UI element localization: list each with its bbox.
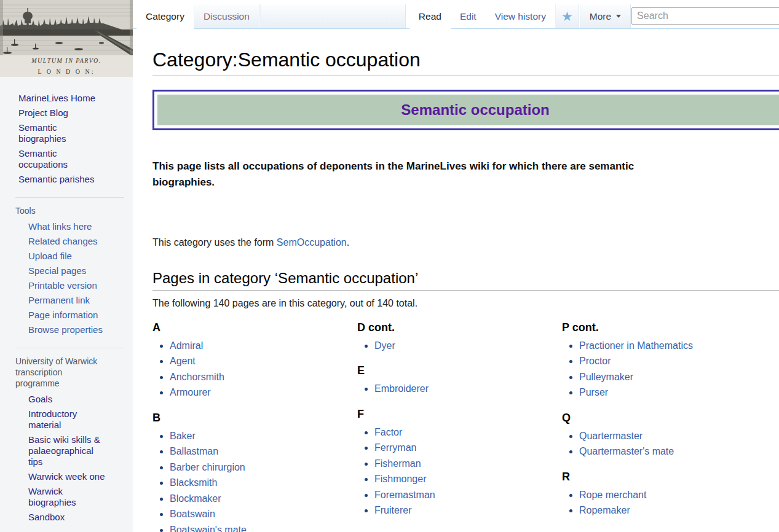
category-page-link[interactable]: Pulleymaker	[579, 372, 633, 382]
sidebar-item: Semantic biographies	[18, 122, 103, 144]
sidebar: MULTUM IN PARVO. L O N D O N: MarineLive…	[0, 0, 133, 532]
category-page-item: Fruiterer	[374, 503, 562, 518]
sidebar-item: Printable version	[28, 280, 105, 291]
category-page-item: Ballastman	[170, 444, 357, 460]
category-page-item: Quartermaster's mate	[579, 444, 779, 460]
category-page-link[interactable]: Boatswain	[170, 509, 215, 519]
category-page-link[interactable]: Baker	[170, 431, 196, 441]
sidebar-item: Semantic occupations	[18, 148, 103, 170]
sidebar-link[interactable]: Warwick week one	[28, 471, 105, 482]
category-page-link[interactable]: Ferryman	[374, 442, 416, 453]
sidebar-link[interactable]: Sandbox	[28, 512, 65, 522]
letter-heading: Q	[562, 412, 779, 424]
category-page-item: Practioner in Mathematics	[579, 338, 779, 354]
tab-bar: Category Discussion Read Edit View histo…	[133, 0, 779, 29]
pages-in-category-heading: Pages in category ‘Semantic occupation’	[152, 270, 779, 291]
page-title: Category:Semantic occupation	[152, 49, 779, 76]
category-page-item: Embroiderer	[374, 381, 562, 397]
sidebar-link[interactable]: Goals	[28, 394, 52, 404]
category-banner: Semantic occupation	[152, 90, 779, 130]
tab-read[interactable]: Read	[409, 4, 451, 28]
category-page-link[interactable]: Armourer	[170, 387, 211, 397]
category-page-link[interactable]: Boatswain's mate	[170, 525, 247, 532]
sidebar-item: Project Blog	[18, 108, 103, 119]
sidebar-link[interactable]: Upload file	[28, 251, 72, 261]
category-page-link[interactable]: Embroiderer	[374, 383, 429, 394]
category-page-link[interactable]: Rope merchant	[579, 490, 646, 500]
letter-heading: A	[152, 321, 357, 334]
semoccupation-link[interactable]: SemOccupation	[277, 237, 347, 248]
sidebar-section-header: Tools	[15, 205, 103, 216]
category-page-link[interactable]: Ropemaker	[579, 505, 630, 515]
sidebar-item: Goals	[28, 394, 105, 405]
category-page-link[interactable]: Blacksmith	[170, 477, 217, 488]
sidebar-item: Basic wiki skills & palaeographical tips	[28, 434, 105, 467]
sidebar-link[interactable]: Warwick biographies	[28, 486, 76, 507]
sidebar-item: Warwick biographies	[28, 486, 105, 508]
sidebar-link[interactable]: Project Blog	[18, 108, 68, 118]
sidebar-section-tools: ToolsWhat links hereRelated changesUploa…	[15, 197, 124, 342]
wiki-logo[interactable]: MULTUM IN PARVO. L O N D O N:	[0, 0, 133, 77]
sidebar-link[interactable]: Semantic parishes	[18, 174, 94, 184]
sidebar-link[interactable]: Semantic occupations	[18, 148, 68, 170]
tab-spacer	[260, 4, 406, 28]
category-page-link[interactable]: Agent	[170, 356, 196, 366]
sidebar-link[interactable]: MarineLives Home	[18, 93, 95, 103]
sidebar-section-header: University of Warwick transcription prog…	[15, 356, 103, 389]
tab-view-history[interactable]: View history	[486, 4, 555, 28]
category-page-link[interactable]: Fisherman	[374, 458, 421, 469]
category-page-link[interactable]: Foremastman	[374, 490, 435, 500]
sidebar-item: Browse properties	[28, 324, 105, 335]
sidebar-section-main: MarineLives HomeProject BlogSemantic bio…	[15, 85, 124, 191]
sidebar-link[interactable]: Introductory material	[28, 409, 77, 430]
sidebar-item: Special pages	[28, 265, 105, 276]
tab-category[interactable]: Category	[136, 4, 194, 28]
tab-edit[interactable]: Edit	[451, 4, 486, 28]
category-page-link[interactable]: Practioner in Mathematics	[579, 340, 693, 351]
sidebar-link[interactable]: Basic wiki skills & palaeographical tips	[28, 434, 100, 467]
sidebar-link[interactable]: Special pages	[28, 265, 86, 276]
sidebar-item: Semantic parishes	[18, 174, 103, 185]
category-columns: AAdmiralAgentAnchorsmithArmourerBBakerBa…	[152, 310, 779, 532]
sidebar-link[interactable]: Permanent link	[28, 295, 90, 305]
category-page-link[interactable]: Dyer	[374, 340, 395, 351]
category-page-link[interactable]: Purser	[579, 387, 608, 397]
sidebar-item: Sandbox	[28, 512, 105, 523]
sidebar-link[interactable]: Printable version	[28, 280, 97, 291]
category-page-link[interactable]: Factor	[374, 427, 402, 437]
category-page-link[interactable]: Admiral	[170, 340, 203, 351]
category-page-item: Purser	[579, 385, 779, 401]
category-page-link[interactable]: Ballastman	[170, 446, 218, 456]
intro-line-2: biographies.	[152, 174, 779, 190]
category-page-item: Blockmaker	[170, 491, 357, 507]
sidebar-item: Page information	[28, 310, 105, 321]
sidebar-link[interactable]: What links here	[28, 221, 92, 232]
more-label: More	[590, 11, 611, 22]
tab-discussion[interactable]: Discussion	[194, 4, 259, 28]
sidebar-item: Upload file	[28, 251, 105, 262]
category-page-item: Fishmonger	[374, 471, 562, 487]
category-page-link[interactable]: Anchorsmith	[170, 372, 224, 382]
category-column: P cont.Practioner in MathematicsProctorP…	[562, 310, 779, 532]
sidebar-section-university-of-warwick-transcription-programme: University of Warwick transcription prog…	[15, 348, 124, 529]
sidebar-link[interactable]: Related changes	[28, 236, 98, 246]
category-page-item: Barber chirurgion	[170, 460, 357, 475]
letter-heading: B	[152, 412, 357, 424]
category-page-item: Ferryman	[374, 440, 562, 456]
sidebar-link[interactable]: Page information	[28, 310, 98, 320]
watch-star-tab[interactable]: ★	[555, 4, 579, 28]
category-page-item: Admiral	[170, 338, 357, 354]
tab-more-dropdown[interactable]: More	[580, 4, 631, 28]
category-page-link[interactable]: Quartermaster	[579, 431, 643, 441]
sidebar-link[interactable]: Semantic biographies	[18, 122, 66, 144]
category-page-link[interactable]: Quartermaster's mate	[579, 446, 674, 456]
category-page-link[interactable]: Barber chirurgion	[170, 462, 245, 472]
search-input[interactable]	[631, 7, 779, 25]
sidebar-link[interactable]: Browse properties	[28, 324, 103, 335]
category-page-link[interactable]: Fruiterer	[374, 505, 411, 515]
category-page-link[interactable]: Fishmonger	[374, 474, 426, 484]
sidebar-item: Related changes	[28, 236, 105, 247]
category-page-link[interactable]: Proctor	[579, 356, 611, 366]
letter-heading: E	[357, 364, 562, 377]
category-page-link[interactable]: Blockmaker	[170, 493, 221, 504]
